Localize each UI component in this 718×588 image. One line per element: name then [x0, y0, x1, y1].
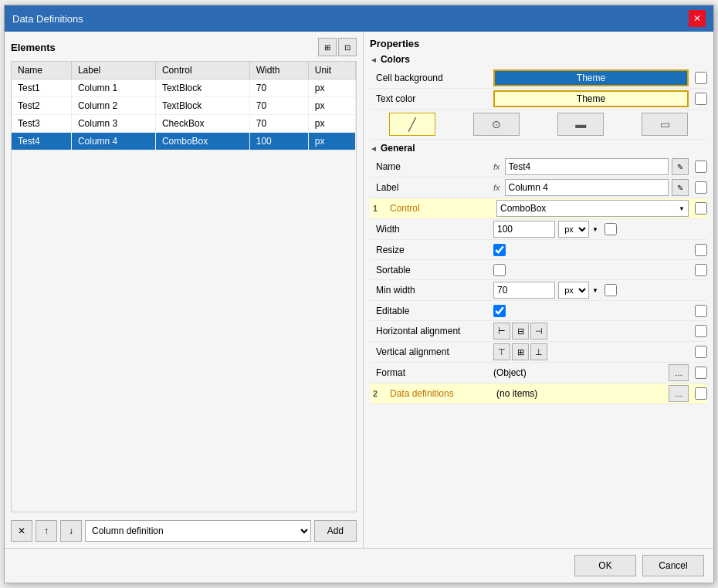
- width-unit-select[interactable]: px: [558, 221, 589, 238]
- sortable-checkbox[interactable]: [695, 264, 707, 276]
- style-buttons-row: ╱ ⊙ ▬ ▭: [370, 110, 707, 140]
- editable-checkbox[interactable]: [695, 305, 707, 317]
- colors-section-header[interactable]: ◄ Colors: [370, 54, 707, 65]
- h-align-value-group: ⊢ ⊟ ⊣: [493, 323, 707, 340]
- col-label-header: Label: [71, 62, 155, 79]
- resize-checkbox-value[interactable]: [493, 244, 506, 256]
- layout-icon-btn-1[interactable]: ⊞: [318, 38, 337, 56]
- table-row[interactable]: Test3 Column 3 CheckBox 70 px: [12, 115, 356, 133]
- move-up-button[interactable]: ↑: [36, 520, 57, 542]
- v-align-top-btn[interactable]: ⊤: [493, 343, 510, 360]
- name-row: Name fx ✎: [370, 157, 707, 177]
- text-color-theme-btn[interactable]: Theme: [493, 90, 689, 107]
- format-value: (Object): [493, 367, 666, 378]
- label-edit-btn[interactable]: ✎: [672, 179, 689, 196]
- label-input[interactable]: [505, 179, 669, 196]
- format-value-group: (Object) …: [493, 364, 707, 381]
- style-btn-1[interactable]: ╱: [389, 113, 435, 136]
- name-label: Name: [370, 160, 493, 174]
- data-def-checkbox[interactable]: [695, 387, 707, 400]
- sortable-row: Sortable: [370, 260, 707, 280]
- v-align-bottom-btn[interactable]: ⊥: [530, 343, 547, 360]
- cell-control: ComboBox: [155, 133, 249, 150]
- cell-name: Test3: [12, 115, 71, 133]
- sortable-label: Sortable: [370, 263, 493, 277]
- style-icon-4: ▭: [660, 118, 670, 130]
- add-button[interactable]: Add: [314, 520, 357, 542]
- text-color-checkbox[interactable]: [695, 93, 707, 105]
- properties-title: Properties: [370, 38, 707, 49]
- colors-section-title: Colors: [381, 54, 410, 65]
- sortable-checkbox-value[interactable]: [493, 264, 506, 276]
- table-row[interactable]: Test4 Column 4 ComboBox 100 px: [12, 133, 356, 150]
- name-edit-btn[interactable]: ✎: [672, 158, 689, 175]
- h-align-right-btn[interactable]: ⊣: [530, 323, 547, 340]
- format-edit-btn[interactable]: …: [669, 364, 689, 381]
- h-align-left-btn[interactable]: ⊢: [493, 323, 510, 340]
- style-btn-2[interactable]: ⊙: [473, 113, 520, 136]
- control-dropdown-arrow: ▼: [679, 205, 685, 212]
- resize-value-group: [493, 244, 707, 256]
- style-btn-3[interactable]: ▬: [557, 113, 604, 136]
- general-section-header[interactable]: ◄ General: [370, 143, 707, 154]
- resize-checkbox[interactable]: [695, 244, 707, 256]
- control-value-group: ComboBox ▼: [496, 200, 707, 217]
- label-checkbox[interactable]: [695, 181, 707, 194]
- delete-button[interactable]: ✕: [11, 520, 32, 542]
- cancel-button[interactable]: Cancel: [642, 555, 704, 576]
- v-align-value-group: ⊤ ⊞ ⊥: [493, 343, 707, 360]
- min-width-checkbox[interactable]: [605, 284, 617, 296]
- cell-label: Column 4: [71, 133, 155, 150]
- table-row[interactable]: Test2 Column 2 TextBlock 70 px: [12, 97, 356, 115]
- cell-width: 70: [249, 97, 308, 115]
- collapse-icon: ◄: [370, 56, 378, 64]
- control-value: ComboBox: [500, 203, 546, 214]
- h-align-group: ⊢ ⊟ ⊣: [493, 323, 547, 340]
- type-dropdown[interactable]: Column definition: [85, 520, 311, 542]
- format-checkbox[interactable]: [695, 367, 707, 379]
- v-align-middle-btn[interactable]: ⊞: [512, 343, 529, 360]
- style-icon-1: ╱: [408, 117, 416, 132]
- layout-icon-btn-2[interactable]: ⊡: [338, 38, 357, 56]
- style-btn-4[interactable]: ▭: [642, 113, 688, 136]
- cell-label: Column 3: [71, 115, 155, 133]
- width-checkbox[interactable]: [605, 223, 617, 235]
- cell-bg-theme-btn[interactable]: Theme: [493, 69, 689, 86]
- table-row[interactable]: Test1 Column 1 TextBlock 70 px: [12, 79, 356, 97]
- h-align-center-btn[interactable]: ⊟: [512, 323, 529, 340]
- dialog-title: Data Definitions: [12, 13, 83, 25]
- dialog-body: Elements ⊞ ⊡ Name Label Control Width Un…: [5, 32, 713, 548]
- min-width-input[interactable]: [493, 282, 555, 299]
- editable-checkbox-value[interactable]: [493, 305, 506, 317]
- min-width-value-group: px ▼: [493, 282, 707, 299]
- general-section-title: General: [381, 143, 415, 154]
- width-input[interactable]: [493, 221, 555, 238]
- elements-title: Elements: [11, 42, 56, 53]
- control-checkbox[interactable]: [695, 202, 707, 215]
- close-button[interactable]: ✕: [689, 10, 706, 27]
- cell-width: 70: [249, 79, 308, 97]
- control-dropdown[interactable]: ComboBox ▼: [496, 200, 689, 217]
- name-checkbox[interactable]: [695, 161, 707, 173]
- v-align-checkbox[interactable]: [695, 346, 707, 358]
- control-label: Control: [384, 201, 496, 215]
- col-name-header: Name: [12, 62, 71, 79]
- min-width-unit-select[interactable]: px: [558, 282, 589, 299]
- cell-bg-value: Theme: [493, 69, 707, 86]
- fx-icon-label: fx: [493, 183, 500, 192]
- move-down-button[interactable]: ↓: [60, 520, 82, 542]
- cell-bg-checkbox[interactable]: [695, 72, 707, 84]
- general-section: ◄ General Name fx ✎ Label: [370, 143, 707, 404]
- cell-control: TextBlock: [155, 79, 249, 97]
- right-panel: Properties ◄ Colors Cell background Them…: [364, 32, 713, 548]
- ok-button[interactable]: OK: [574, 555, 636, 576]
- data-def-edit-btn[interactable]: …: [669, 385, 689, 402]
- h-align-checkbox[interactable]: [695, 325, 707, 337]
- left-bottom-toolbar: ✕ ↑ ↓ Column definition Add: [11, 517, 357, 542]
- cell-control: TextBlock: [155, 97, 249, 115]
- v-align-row: Vertical alignment ⊤ ⊞ ⊥: [370, 342, 707, 363]
- general-collapse-icon: ◄: [370, 144, 378, 153]
- data-def-value-group: (no items) …: [496, 385, 707, 402]
- name-input[interactable]: [505, 158, 669, 175]
- h-align-row: Horizontal alignment ⊢ ⊟ ⊣: [370, 321, 707, 342]
